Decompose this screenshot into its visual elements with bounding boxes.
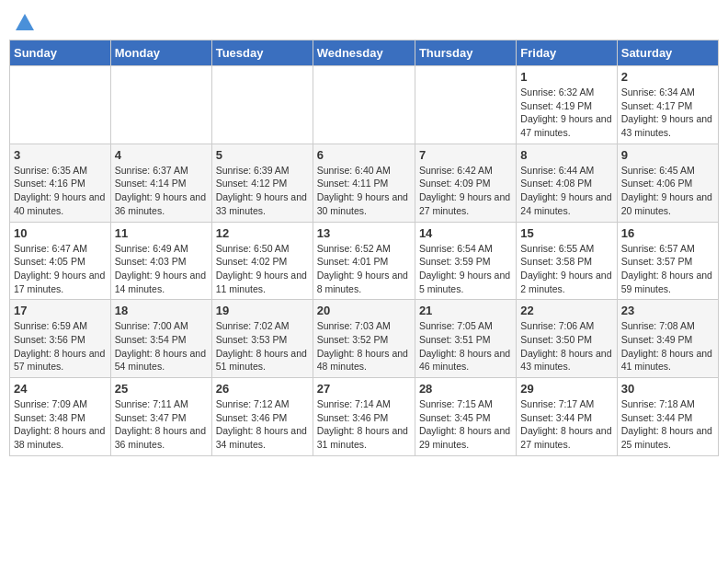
day-info: Sunrise: 6:57 AMSunset: 3:57 PMDaylight:…	[621, 242, 714, 296]
calendar-cell	[10, 66, 111, 144]
day-number: 20	[317, 304, 411, 317]
day-number: 29	[520, 382, 612, 396]
day-info: Sunrise: 7:14 AMSunset: 3:46 PMDaylight:…	[317, 397, 411, 452]
calendar-cell: 28Sunrise: 7:15 AMSunset: 3:45 PMDayligh…	[415, 378, 516, 456]
day-info: Sunrise: 6:44 AMSunset: 4:08 PMDaylight:…	[520, 164, 612, 218]
day-info: Sunrise: 7:06 AMSunset: 3:50 PMDaylight:…	[520, 319, 612, 373]
day-info: Sunrise: 7:03 AMSunset: 3:52 PMDaylight:…	[317, 319, 411, 373]
day-info: Sunrise: 7:05 AMSunset: 3:51 PMDaylight:…	[419, 319, 512, 373]
day-number: 7	[419, 148, 512, 162]
day-info: Sunrise: 6:55 AMSunset: 3:58 PMDaylight:…	[520, 242, 612, 296]
calendar-cell: 7Sunrise: 6:42 AMSunset: 4:09 PMDaylight…	[415, 144, 516, 222]
calendar-cell: 15Sunrise: 6:55 AMSunset: 3:58 PMDayligh…	[517, 222, 617, 300]
calendar-cell: 21Sunrise: 7:05 AMSunset: 3:51 PMDayligh…	[415, 300, 516, 378]
calendar-header-friday: Friday	[517, 40, 617, 66]
calendar-cell: 12Sunrise: 6:50 AMSunset: 4:02 PMDayligh…	[211, 222, 313, 300]
day-info: Sunrise: 6:54 AMSunset: 3:59 PMDaylight:…	[419, 242, 512, 296]
day-info: Sunrise: 7:08 AMSunset: 3:49 PMDaylight:…	[621, 319, 714, 373]
day-info: Sunrise: 7:09 AMSunset: 3:48 PMDaylight:…	[14, 397, 107, 452]
calendar-header-wednesday: Wednesday	[313, 40, 415, 66]
day-info: Sunrise: 6:50 AMSunset: 4:02 PMDaylight:…	[216, 242, 309, 296]
calendar-header-saturday: Saturday	[617, 40, 718, 66]
calendar-week-row: 3Sunrise: 6:35 AMSunset: 4:16 PMDaylight…	[10, 144, 719, 222]
calendar-cell: 8Sunrise: 6:44 AMSunset: 4:08 PMDaylight…	[517, 144, 617, 222]
calendar-cell: 30Sunrise: 7:18 AMSunset: 3:44 PMDayligh…	[617, 378, 718, 456]
day-info: Sunrise: 6:35 AMSunset: 4:16 PMDaylight:…	[14, 164, 107, 218]
day-number: 18	[115, 304, 208, 317]
day-number: 2	[621, 70, 714, 84]
calendar-cell: 25Sunrise: 7:11 AMSunset: 3:47 PMDayligh…	[110, 378, 211, 456]
calendar-header-tuesday: Tuesday	[211, 40, 313, 66]
day-number: 23	[621, 304, 714, 317]
day-number: 24	[14, 382, 107, 396]
day-info: Sunrise: 7:11 AMSunset: 3:47 PMDaylight:…	[115, 397, 208, 452]
day-info: Sunrise: 6:37 AMSunset: 4:14 PMDaylight:…	[115, 164, 208, 218]
day-info: Sunrise: 6:42 AMSunset: 4:09 PMDaylight:…	[419, 164, 512, 218]
calendar-table: SundayMondayTuesdayWednesdayThursdayFrid…	[9, 40, 719, 456]
day-info: Sunrise: 6:49 AMSunset: 4:03 PMDaylight:…	[115, 242, 208, 296]
calendar-cell: 22Sunrise: 7:06 AMSunset: 3:50 PMDayligh…	[517, 300, 617, 378]
day-number: 5	[216, 148, 309, 162]
calendar-cell: 18Sunrise: 7:00 AMSunset: 3:54 PMDayligh…	[110, 300, 211, 378]
calendar-cell: 11Sunrise: 6:49 AMSunset: 4:03 PMDayligh…	[110, 222, 211, 300]
calendar-cell: 13Sunrise: 6:52 AMSunset: 4:01 PMDayligh…	[313, 222, 415, 300]
calendar-week-row: 1Sunrise: 6:32 AMSunset: 4:19 PMDaylight…	[10, 66, 719, 144]
day-number: 12	[216, 226, 309, 240]
calendar-header-thursday: Thursday	[415, 40, 516, 66]
calendar-cell: 17Sunrise: 6:59 AMSunset: 3:56 PMDayligh…	[10, 300, 111, 378]
calendar-week-row: 24Sunrise: 7:09 AMSunset: 3:48 PMDayligh…	[10, 378, 719, 456]
day-number: 11	[115, 226, 208, 240]
calendar-cell: 24Sunrise: 7:09 AMSunset: 3:48 PMDayligh…	[10, 378, 111, 456]
day-number: 16	[621, 226, 714, 240]
calendar-cell: 16Sunrise: 6:57 AMSunset: 3:57 PMDayligh…	[617, 222, 718, 300]
calendar-cell: 27Sunrise: 7:14 AMSunset: 3:46 PMDayligh…	[313, 378, 415, 456]
day-info: Sunrise: 7:15 AMSunset: 3:45 PMDaylight:…	[419, 397, 512, 452]
day-number: 22	[520, 304, 612, 317]
calendar-cell: 20Sunrise: 7:03 AMSunset: 3:52 PMDayligh…	[313, 300, 415, 378]
day-info: Sunrise: 7:02 AMSunset: 3:53 PMDaylight:…	[216, 319, 309, 373]
calendar-cell: 23Sunrise: 7:08 AMSunset: 3:49 PMDayligh…	[617, 300, 718, 378]
calendar-cell: 2Sunrise: 6:34 AMSunset: 4:17 PMDaylight…	[617, 66, 718, 144]
day-info: Sunrise: 6:34 AMSunset: 4:17 PMDaylight:…	[621, 86, 714, 140]
calendar-cell	[211, 66, 313, 144]
day-number: 15	[520, 226, 612, 240]
logo	[14, 14, 34, 32]
calendar-cell: 1Sunrise: 6:32 AMSunset: 4:19 PMDaylight…	[517, 66, 617, 144]
day-number: 26	[216, 382, 309, 396]
day-number: 21	[419, 304, 512, 317]
calendar-cell: 6Sunrise: 6:40 AMSunset: 4:11 PMDaylight…	[313, 144, 415, 222]
calendar-cell: 14Sunrise: 6:54 AMSunset: 3:59 PMDayligh…	[415, 222, 516, 300]
day-number: 25	[115, 382, 208, 396]
day-number: 1	[520, 70, 612, 84]
day-number: 13	[317, 226, 411, 240]
day-number: 27	[317, 382, 411, 396]
calendar-cell: 4Sunrise: 6:37 AMSunset: 4:14 PMDaylight…	[110, 144, 211, 222]
calendar-cell	[415, 66, 516, 144]
calendar-cell: 29Sunrise: 7:17 AMSunset: 3:44 PMDayligh…	[517, 378, 617, 456]
calendar-cell	[110, 66, 211, 144]
day-number: 30	[621, 382, 714, 396]
day-number: 6	[317, 148, 411, 162]
day-info: Sunrise: 7:18 AMSunset: 3:44 PMDaylight:…	[621, 397, 714, 452]
day-info: Sunrise: 6:52 AMSunset: 4:01 PMDaylight:…	[317, 242, 411, 296]
day-info: Sunrise: 7:00 AMSunset: 3:54 PMDaylight:…	[115, 319, 208, 373]
calendar-cell: 10Sunrise: 6:47 AMSunset: 4:05 PMDayligh…	[10, 222, 111, 300]
calendar-cell: 3Sunrise: 6:35 AMSunset: 4:16 PMDaylight…	[10, 144, 111, 222]
day-number: 28	[419, 382, 512, 396]
day-number: 17	[14, 304, 107, 317]
calendar-header-sunday: Sunday	[10, 40, 111, 66]
calendar-cell: 26Sunrise: 7:12 AMSunset: 3:46 PMDayligh…	[211, 378, 313, 456]
day-info: Sunrise: 6:40 AMSunset: 4:11 PMDaylight:…	[317, 164, 411, 218]
day-info: Sunrise: 7:12 AMSunset: 3:46 PMDaylight:…	[216, 397, 309, 452]
day-info: Sunrise: 6:47 AMSunset: 4:05 PMDaylight:…	[14, 242, 107, 296]
day-info: Sunrise: 6:59 AMSunset: 3:56 PMDaylight:…	[14, 319, 107, 373]
calendar-week-row: 17Sunrise: 6:59 AMSunset: 3:56 PMDayligh…	[10, 300, 719, 378]
day-number: 3	[14, 148, 107, 162]
day-number: 4	[115, 148, 208, 162]
header	[9, 9, 719, 32]
calendar-header-row: SundayMondayTuesdayWednesdayThursdayFrid…	[10, 40, 719, 66]
calendar-cell	[313, 66, 415, 144]
day-info: Sunrise: 6:45 AMSunset: 4:06 PMDaylight:…	[621, 164, 714, 218]
day-info: Sunrise: 6:39 AMSunset: 4:12 PMDaylight:…	[216, 164, 309, 218]
day-info: Sunrise: 7:17 AMSunset: 3:44 PMDaylight:…	[520, 397, 612, 452]
